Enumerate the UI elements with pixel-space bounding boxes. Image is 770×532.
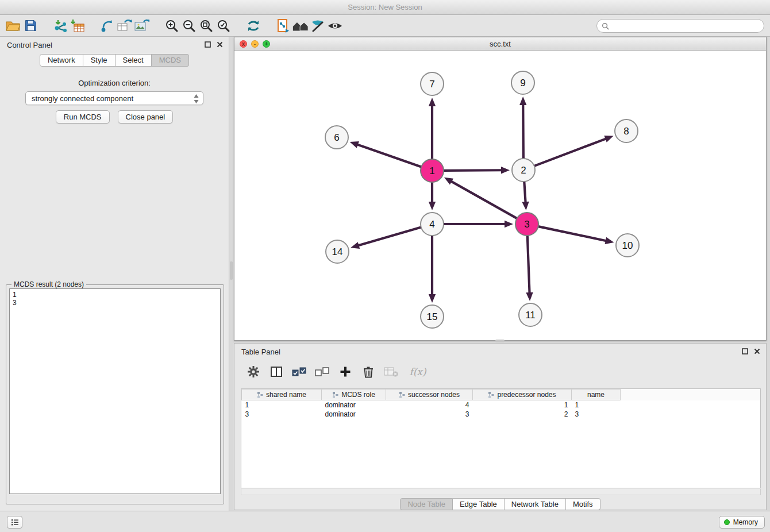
graph-node[interactable]: 2	[512, 159, 535, 182]
search-box[interactable]	[596, 19, 764, 33]
save-session-button[interactable]	[22, 18, 39, 34]
style-button[interactable]	[309, 18, 326, 34]
network-window-titlebar[interactable]: x - + scc.txt	[234, 37, 766, 51]
zoom-fit-icon	[199, 19, 213, 33]
graph-node[interactable]: 10	[616, 234, 639, 257]
column-header-shared-name[interactable]: shared name	[242, 390, 322, 400]
network-graph[interactable]: 7968124314101511	[234, 51, 766, 340]
tab-mcds[interactable]: MCDS	[152, 54, 189, 67]
graph-edge[interactable]	[522, 182, 529, 210]
close-window-icon[interactable]: x	[240, 40, 247, 48]
export-network-button[interactable]	[99, 18, 116, 34]
close-panel-button[interactable]: Close panel	[118, 110, 174, 124]
tab-network-table[interactable]: Network Table	[505, 498, 566, 510]
graph-edge[interactable]	[351, 228, 421, 249]
titlebar[interactable]: Session: New Session	[0, 0, 770, 15]
close-panel-icon[interactable]	[217, 41, 223, 48]
select-all-button[interactable]	[291, 363, 308, 380]
open-folder-icon	[6, 20, 21, 32]
table-horizontal-scrollbar[interactable]	[241, 489, 761, 495]
graph-edge[interactable]	[429, 236, 436, 303]
status-bar: Memory	[0, 511, 770, 532]
dropdown-stepper-icon	[193, 94, 199, 106]
graph-edge[interactable]	[519, 97, 526, 159]
zoom-out-button[interactable]	[180, 18, 198, 34]
float-panel-icon[interactable]	[205, 41, 211, 48]
float-table-panel-icon[interactable]	[742, 348, 748, 354]
graph-node[interactable]: 8	[615, 119, 638, 142]
tab-network[interactable]: Network	[40, 54, 83, 67]
vertical-splitter[interactable]	[230, 261, 233, 280]
zoom-fit-button[interactable]	[198, 18, 215, 34]
delete-column-button[interactable]	[360, 363, 377, 380]
table-header-row: shared name MCDS role successor nodes pr…	[242, 390, 761, 400]
column-header-name[interactable]: name	[572, 390, 621, 400]
graph-edge[interactable]	[444, 167, 510, 174]
function-builder-button[interactable]: f(x)	[406, 363, 430, 380]
apply-layout-button[interactable]	[245, 18, 262, 34]
network-canvas[interactable]: 7968124314101511	[234, 51, 766, 340]
minimize-window-icon[interactable]: -	[251, 40, 259, 48]
graph-node[interactable]: 15	[421, 305, 444, 328]
tab-motifs[interactable]: Motifs	[566, 498, 600, 510]
svg-text:9: 9	[520, 78, 525, 88]
memory-button[interactable]: Memory	[719, 516, 765, 529]
add-column-button[interactable]	[337, 363, 354, 380]
show-graphics-button[interactable]	[326, 18, 344, 34]
column-header-successor-nodes[interactable]: successor nodes	[386, 390, 473, 400]
graph-edge[interactable]	[534, 136, 614, 166]
table-settings-button[interactable]	[245, 363, 262, 380]
graph-node[interactable]: 6	[325, 126, 348, 149]
tab-node-table[interactable]: Node Table	[400, 498, 453, 510]
maximize-window-icon[interactable]: +	[263, 40, 270, 48]
graph-edge[interactable]	[444, 178, 517, 218]
tab-style[interactable]: Style	[83, 54, 116, 67]
graph-node[interactable]: 1	[421, 159, 444, 182]
graph-node[interactable]: 9	[511, 71, 534, 94]
delete-table-button[interactable]	[383, 363, 400, 380]
import-table-button[interactable]	[69, 18, 86, 34]
column-header-predecessor-nodes[interactable]: predecessor nodes	[473, 390, 572, 400]
graph-node[interactable]: 11	[519, 303, 542, 326]
mcds-result-title: MCDS result (2 nodes)	[11, 280, 86, 288]
clone-network-button[interactable]	[275, 18, 292, 34]
deselect-all-button[interactable]	[314, 363, 331, 380]
graph-edge[interactable]	[350, 141, 421, 167]
zoom-in-button[interactable]	[163, 18, 180, 34]
mcds-result-text[interactable]: 1 3	[9, 288, 221, 494]
control-panel-header: Control Panel	[0, 37, 229, 54]
network-window-title: scc.txt	[490, 40, 511, 48]
home-button[interactable]	[292, 18, 309, 34]
graph-edge[interactable]	[526, 236, 533, 301]
table-row[interactable]: 3dominator323	[242, 410, 761, 419]
show-columns-button[interactable]	[268, 363, 285, 380]
run-mcds-button[interactable]: Run MCDS	[56, 110, 110, 124]
export-table-button[interactable]	[116, 18, 133, 34]
columns-icon	[270, 366, 283, 377]
graph-node[interactable]: 14	[326, 240, 349, 263]
task-history-button[interactable]	[7, 516, 22, 529]
save-icon	[25, 20, 37, 32]
column-header-mcds-role[interactable]: MCDS role	[322, 390, 386, 400]
open-session-button[interactable]	[5, 18, 22, 34]
node-table[interactable]: shared name MCDS role successor nodes pr…	[241, 388, 761, 488]
graph-node[interactable]: 4	[421, 213, 444, 236]
graph-node[interactable]: 7	[421, 72, 444, 95]
graph-edge[interactable]	[444, 221, 513, 228]
search-input[interactable]	[612, 22, 759, 30]
import-network-button[interactable]	[52, 18, 69, 34]
export-image-icon	[134, 19, 150, 33]
export-image-button[interactable]	[133, 18, 151, 34]
graph-edge[interactable]	[429, 182, 436, 210]
tab-edge-table[interactable]: Edge Table	[453, 498, 505, 510]
memory-label: Memory	[733, 518, 758, 526]
graph-edge[interactable]	[538, 226, 614, 244]
criterion-dropdown[interactable]: strongly connected component	[25, 91, 203, 105]
tab-select[interactable]: Select	[116, 54, 152, 67]
graph-edge[interactable]	[429, 98, 436, 159]
table-row[interactable]: 1dominator411	[242, 400, 761, 410]
horizontal-splitter[interactable]	[495, 340, 505, 342]
graph-node[interactable]: 3	[515, 213, 538, 236]
zoom-selected-button[interactable]	[215, 18, 232, 34]
close-table-panel-icon[interactable]	[754, 348, 760, 354]
